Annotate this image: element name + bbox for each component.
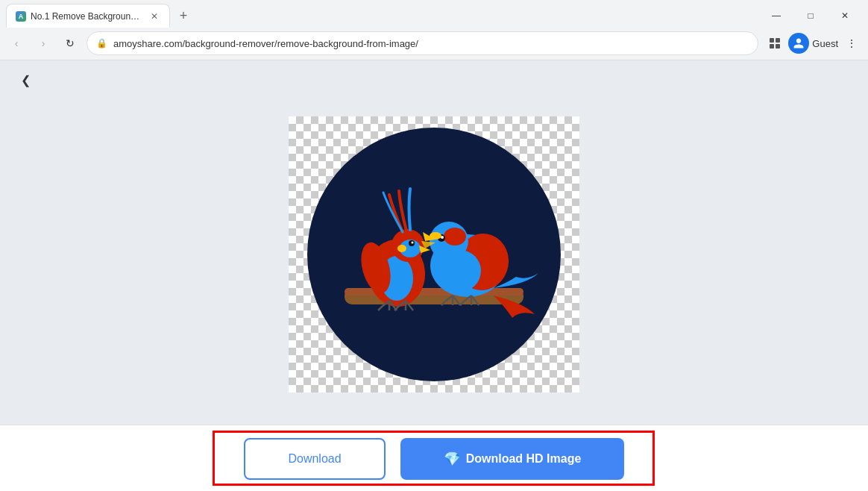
url-bar[interactable]: 🔒 amoyshare.com/background-remover/remov… bbox=[87, 31, 758, 55]
download-button[interactable]: Download bbox=[244, 438, 386, 480]
svg-point-13 bbox=[397, 245, 406, 252]
back-nav-button[interactable]: ‹ bbox=[6, 33, 27, 54]
refresh-button[interactable]: ↻ bbox=[60, 33, 81, 54]
svg-point-21 bbox=[430, 232, 441, 240]
active-tab[interactable]: A No.1 Remove Background fro ✕ bbox=[6, 4, 170, 28]
image-preview-area bbox=[0, 99, 868, 425]
menu-button[interactable]: ⋮ bbox=[841, 33, 862, 54]
svg-point-12 bbox=[412, 242, 414, 244]
tab-title: No.1 Remove Background fro bbox=[31, 11, 144, 22]
bird-illustration bbox=[322, 157, 546, 351]
lock-icon: 🔒 bbox=[96, 38, 107, 49]
processed-image bbox=[307, 128, 561, 381]
svg-rect-5 bbox=[345, 288, 523, 295]
action-bar: Download 💎 Download HD Image bbox=[0, 425, 868, 491]
tab-favicon: A bbox=[16, 11, 26, 22]
new-tab-button[interactable]: + bbox=[173, 5, 194, 26]
svg-rect-1 bbox=[776, 38, 780, 43]
browser-chrome: A No.1 Remove Background fro ✕ + — □ ✕ ‹… bbox=[0, 0, 868, 60]
tab-bar: A No.1 Remove Background fro ✕ + bbox=[6, 4, 194, 28]
svg-point-18 bbox=[444, 228, 466, 246]
back-area: ❮ bbox=[0, 60, 868, 99]
maximize-button[interactable]: □ bbox=[793, 2, 828, 29]
diamond-icon: 💎 bbox=[444, 451, 460, 467]
image-container bbox=[289, 116, 579, 393]
close-button[interactable]: ✕ bbox=[828, 2, 862, 29]
url-text: amoyshare.com/background-remover/remove-… bbox=[113, 38, 749, 49]
extensions-button[interactable] bbox=[764, 33, 785, 54]
page-content: ❮ bbox=[0, 60, 868, 491]
forward-nav-button[interactable]: › bbox=[33, 33, 54, 54]
download-hd-button[interactable]: 💎 Download HD Image bbox=[400, 438, 624, 480]
profile-button[interactable]: Guest bbox=[788, 33, 838, 54]
page-back-button[interactable]: ❮ bbox=[15, 69, 36, 90]
tab-close-button[interactable]: ✕ bbox=[148, 10, 160, 22]
profile-avatar bbox=[788, 33, 809, 54]
download-hd-label: Download HD Image bbox=[466, 452, 582, 466]
bird-circle bbox=[307, 128, 561, 381]
svg-rect-3 bbox=[776, 44, 780, 49]
address-bar: ‹ › ↻ 🔒 amoyshare.com/background-remover… bbox=[0, 27, 868, 60]
minimize-button[interactable]: — bbox=[759, 2, 793, 29]
action-bar-wrapper: Download 💎 Download HD Image bbox=[0, 425, 868, 491]
profile-label: Guest bbox=[812, 38, 838, 49]
svg-rect-0 bbox=[770, 38, 774, 43]
window-controls: — □ ✕ bbox=[759, 2, 862, 29]
svg-rect-2 bbox=[770, 44, 774, 49]
title-bar: A No.1 Remove Background fro ✕ + — □ ✕ bbox=[0, 0, 868, 27]
browser-actions: Guest ⋮ bbox=[764, 33, 862, 54]
